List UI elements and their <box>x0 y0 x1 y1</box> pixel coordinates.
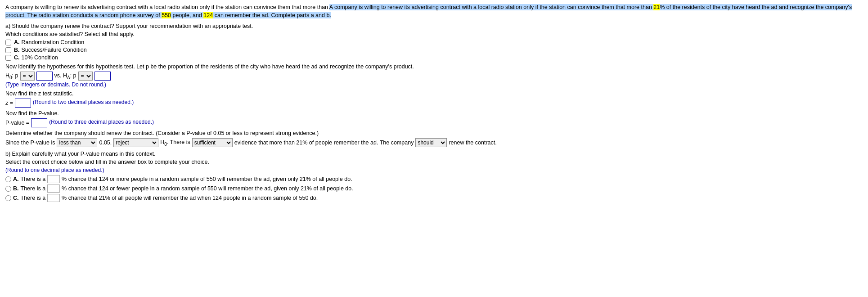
condition-b-letter: B. <box>14 47 20 53</box>
option-b-unit: % chance that 124 or fewer people in a r… <box>62 185 353 192</box>
statement-part4: can remember the ad. Complete parts a an… <box>213 12 331 18</box>
z-hint: (Round to two decimal places as needed.) <box>33 99 134 105</box>
n-highlight: 550 <box>162 12 171 18</box>
z-label: Now find the z test statistic. <box>5 90 863 97</box>
h0-operator-select[interactable]: = < > ≤ ≥ ≠ <box>20 72 35 81</box>
ha-sub: A <box>67 75 70 80</box>
condition-c-checkbox[interactable] <box>5 55 11 61</box>
option-b-row: B. There is a % chance that 124 or fewer… <box>5 184 863 193</box>
condition-b-row: B. Success/Failure Condition <box>5 47 863 53</box>
round-hint: (Round to one decimal place as needed.) <box>5 167 863 173</box>
option-c-row: C. There is a % chance that 21% of all p… <box>5 194 863 202</box>
pvalue-row: P-value = (Round to three decimal places… <box>5 118 863 127</box>
pvalue-hint: (Round to three decimal places as needed… <box>49 119 154 125</box>
condition-b-text: Success/Failure Condition <box>22 47 87 53</box>
pvalue-input[interactable] <box>31 118 47 127</box>
option-a-prefix: There is a <box>21 176 46 182</box>
option-c-prefix: There is a <box>21 195 46 201</box>
h0-label2: H0. There is <box>160 139 190 147</box>
evidence-suffix: evidence that more than 21% of people re… <box>234 140 414 146</box>
h0-value-input[interactable] <box>36 72 53 81</box>
reject-h0-select[interactable]: reject fail to reject <box>113 138 158 147</box>
option-c-unit: % chance that 21% of all people will rem… <box>62 195 318 201</box>
statement-part1: A company is willing to renew its advert… <box>5 4 329 10</box>
statement-part3: people, and <box>171 12 203 18</box>
option-a-row: A. There is a % chance that 124 or more … <box>5 175 863 183</box>
integers-hint: (Type integers or decimals. Do not round… <box>5 81 863 88</box>
h0-sub: 0 <box>9 75 12 80</box>
vs-label: vs. HA: p <box>54 72 76 80</box>
pvalue-section: Now find the P-value. P-value = (Round t… <box>5 110 863 127</box>
condition-a-text: Randomization Condition <box>22 39 85 45</box>
select-correct-text: Select the correct choice below and fill… <box>5 159 863 165</box>
determine-section: Determine whether the company should ren… <box>5 130 863 147</box>
conditions-label: Which conditions are satisfied? Select a… <box>5 31 863 37</box>
remember-highlight: 124 <box>203 12 213 18</box>
condition-a-row: A. Randomization Condition <box>5 39 863 45</box>
since-label: Since the P-value is <box>5 140 55 146</box>
point05-label: 0.05, <box>99 140 112 146</box>
option-a-input[interactable] <box>47 175 60 183</box>
condition-a-checkbox[interactable] <box>5 40 11 45</box>
part-b-section: b) Explain carefully what your P-value m… <box>5 151 863 202</box>
option-b-prefix: There is a <box>21 185 46 192</box>
determine-row: Since the P-value is less than greater t… <box>5 138 863 147</box>
company-select[interactable]: should should not <box>415 138 447 147</box>
statement-part1: A company is willing to renew its advert… <box>329 4 654 10</box>
option-b-letter: B. <box>13 185 19 192</box>
condition-a-letter: A. <box>14 39 20 45</box>
z-row: z = (Round to two decimal places as need… <box>5 99 863 108</box>
option-a-radio[interactable] <box>5 176 11 182</box>
pvalue-label: Now find the P-value. <box>5 110 863 117</box>
h0-label: H0: p <box>5 72 18 80</box>
problem-statement: A company is willing to renew its advert… <box>5 4 863 19</box>
ha-value-input[interactable] <box>94 72 111 81</box>
determine-label: Determine whether the company should ren… <box>5 130 863 136</box>
hypotheses-intro: Now identify the hypotheses for this hyp… <box>5 63 863 70</box>
option-b-radio[interactable] <box>5 186 11 192</box>
z-eq-label: z = <box>5 100 13 106</box>
percent-highlight: 21 <box>653 4 660 10</box>
option-c-letter: C. <box>13 195 19 201</box>
condition-b-checkbox[interactable] <box>5 47 11 53</box>
option-a-unit: % chance that 124 or more people in a ra… <box>62 176 352 182</box>
option-c-radio[interactable] <box>5 195 11 201</box>
h0-sub2: 0 <box>164 141 167 146</box>
option-c-input[interactable] <box>47 194 60 202</box>
hypothesis-row: H0: p = < > ≤ ≥ ≠ vs. HA: p = < > ≤ ≥ ≠ <box>5 72 863 81</box>
z-value-input[interactable] <box>15 99 31 108</box>
part-a-section: a) Should the company renew the contract… <box>5 23 863 61</box>
pvalue-eq-label: P-value = <box>5 120 29 126</box>
condition-c-text: 10% Condition <box>22 54 58 61</box>
hypotheses-section: Now identify the hypotheses for this hyp… <box>5 63 863 88</box>
option-a-letter: A. <box>13 176 19 182</box>
part-a-label: a) Should the company renew the contract… <box>5 23 863 29</box>
condition-c-row: C. 10% Condition <box>5 54 863 61</box>
pvalue-comparison-select[interactable]: less than greater than equal to <box>57 138 97 147</box>
renew-suffix: renew the contract. <box>449 140 496 146</box>
ha-operator-select[interactable]: = < > ≤ ≥ ≠ <box>78 72 93 81</box>
z-section: Now find the z test statistic. z = (Roun… <box>5 90 863 108</box>
part-b-label: b) Explain carefully what your P-value m… <box>5 151 863 157</box>
option-b-input[interactable] <box>47 184 60 193</box>
evidence-select[interactable]: sufficient insufficient <box>192 138 233 147</box>
condition-c-letter: C. <box>14 54 20 61</box>
